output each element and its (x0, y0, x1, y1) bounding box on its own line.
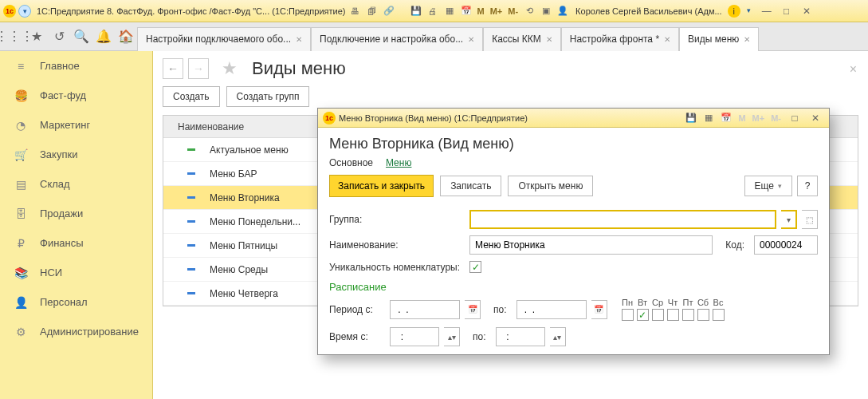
close-icon[interactable]: ✕ (546, 35, 552, 44)
calendar-button[interactable]: 📅 (465, 300, 481, 319)
sidebar-item-marketing[interactable]: ◔Маркетинг (0, 110, 152, 140)
calendar-icon[interactable]: 📅 (719, 112, 733, 124)
sidebar-item-admin[interactable]: ⚙Администрирование (0, 317, 152, 346)
tab-item[interactable]: Подключение и настройка обо...✕ (311, 27, 483, 51)
history-icon[interactable]: ↺ (48, 26, 70, 48)
day-label: Пн (622, 298, 633, 307)
save-close-button[interactable]: Записать и закрыть (329, 175, 434, 197)
nav-back-button[interactable]: ← (163, 58, 183, 79)
search-icon[interactable]: 🔍 (70, 26, 92, 48)
finance-icon: ₽ (14, 237, 27, 250)
page-close-icon[interactable]: × (850, 62, 857, 77)
modal-close-button[interactable]: ✕ (807, 111, 824, 125)
memory-mminus[interactable]: M- (506, 6, 520, 16)
save-icon[interactable]: 💾 (409, 5, 423, 18)
sidebar-item-nsi[interactable]: 📚НСИ (0, 258, 152, 287)
period-from-input[interactable] (390, 300, 460, 319)
memory-m[interactable]: M (476, 6, 486, 16)
name-label: Наименование: (329, 239, 465, 251)
close-icon[interactable]: ✕ (468, 35, 474, 44)
day-checkbox[interactable] (667, 309, 679, 321)
unique-checkbox[interactable]: ✓ (469, 261, 481, 273)
sidebar-item-main[interactable]: ≡Главное (0, 51, 152, 81)
time-to-input[interactable] (496, 327, 545, 346)
sidebar-item-fastfood[interactable]: 🍔Фаст-фуд (0, 81, 152, 110)
tab-item[interactable]: Кассы ККМ✕ (483, 27, 561, 51)
save-button[interactable]: Записать (440, 176, 501, 196)
schedule-section-title: Расписание (318, 276, 829, 294)
open-menu-button[interactable]: Открыть меню (508, 176, 593, 196)
nav-forward-button[interactable]: → (188, 58, 209, 79)
day-checkbox[interactable]: ✓ (637, 309, 649, 321)
modal-tab-menu[interactable]: Меню (386, 157, 411, 168)
tab-bar: ⋮⋮⋮ ★ ↺ 🔍 🔔 🏠 Настройки подключаемого об… (0, 22, 868, 51)
sidebar-item-finance[interactable]: ₽Финансы (0, 228, 152, 258)
calendar-icon[interactable]: 📅 (459, 5, 473, 18)
more-button[interactable]: Еще▾ (744, 176, 792, 196)
day-label: Сб (697, 298, 709, 307)
app-logo-icon: 1c (323, 112, 336, 124)
info-drop-icon[interactable]: ▾ (743, 5, 756, 18)
bell-icon[interactable]: 🔔 (92, 26, 115, 48)
dropdown-icon[interactable]: ▾ (18, 5, 31, 18)
day-checkbox[interactable] (622, 309, 634, 321)
name-input[interactable] (469, 235, 713, 255)
stepper-up[interactable]: ▴▾ (444, 327, 460, 346)
panel-icon[interactable]: ▣ (539, 5, 553, 18)
link-icon[interactable]: 🔗 (382, 5, 396, 18)
doc-icon[interactable]: 🗐 (365, 5, 379, 18)
sidebar-item-purchases[interactable]: 🛒Закупки (0, 140, 152, 169)
minimize-button[interactable]: — (758, 4, 776, 18)
favorite-icon[interactable]: ★ (26, 26, 48, 48)
day-checkbox[interactable] (713, 309, 725, 321)
modal-window: 1c Меню Вторника (Вид меню) (1С:Предприя… (317, 108, 830, 355)
save-icon[interactable]: 💾 (684, 112, 698, 124)
open-ref-button[interactable]: ⬚ (802, 210, 818, 229)
sidebar-item-sales[interactable]: 🗄Продажи (0, 199, 152, 228)
modal-tab-main[interactable]: Основное (329, 157, 373, 168)
memory-mplus: M+ (751, 113, 767, 123)
period-to-input[interactable] (516, 300, 587, 319)
code-input[interactable] (754, 235, 818, 255)
day-label: Вс (713, 298, 724, 307)
printer-icon[interactable]: 🖨 (426, 5, 440, 18)
calc-icon[interactable]: ▦ (442, 5, 457, 18)
close-icon[interactable]: ✕ (744, 35, 750, 44)
group-input[interactable] (469, 210, 776, 229)
create-button[interactable]: Создать (163, 86, 220, 107)
close-icon[interactable]: ✕ (296, 35, 302, 44)
memory-mplus[interactable]: M+ (489, 6, 505, 16)
tab-item[interactable]: Настройка фронта *✕ (561, 27, 679, 51)
page-title: Виды меню (252, 58, 346, 79)
star-icon[interactable]: ★ (222, 58, 238, 79)
maximize-button[interactable]: □ (778, 4, 795, 18)
home-icon[interactable]: 🏠 (115, 26, 137, 48)
row-marker-icon (187, 244, 195, 247)
create-group-button[interactable]: Создать групп (226, 86, 310, 107)
day-checkbox[interactable] (682, 309, 694, 321)
day-checkbox[interactable] (697, 309, 709, 321)
modal-restore-button[interactable]: □ (786, 111, 803, 125)
weekdays: Пн Вт✓ Ср Чт Пт Сб Вс (622, 298, 725, 321)
stepper-down[interactable]: ▴▾ (550, 327, 566, 346)
info-icon[interactable]: i (728, 5, 740, 18)
tab-item-active[interactable]: Виды меню✕ (679, 27, 759, 51)
sidebar-item-personnel[interactable]: 👤Персонал (0, 287, 152, 317)
sidebar-item-stock[interactable]: ▤Склад (0, 169, 152, 199)
calc-icon[interactable]: ▦ (701, 112, 716, 124)
back-icon[interactable]: ⟲ (522, 5, 536, 18)
time-from-input[interactable] (390, 327, 439, 346)
print-icon[interactable]: 🖶 (348, 5, 363, 18)
modal-title: Меню Вторника (Вид меню) (1С:Предприятие… (339, 113, 528, 123)
memory-m: M (736, 113, 747, 123)
close-icon[interactable]: ✕ (664, 35, 670, 44)
dropdown-button[interactable]: ▾ (781, 210, 797, 229)
calendar-button[interactable]: 📅 (591, 300, 607, 319)
apps-icon[interactable]: ⋮⋮⋮ (3, 26, 26, 48)
help-button[interactable]: ? (797, 176, 818, 196)
tab-item[interactable]: Настройки подключаемого обо...✕ (137, 27, 311, 51)
day-checkbox[interactable] (652, 309, 664, 321)
day-label: Чт (668, 298, 678, 307)
close-button[interactable]: ✕ (798, 4, 815, 18)
user-icon: 👤 (556, 5, 570, 18)
